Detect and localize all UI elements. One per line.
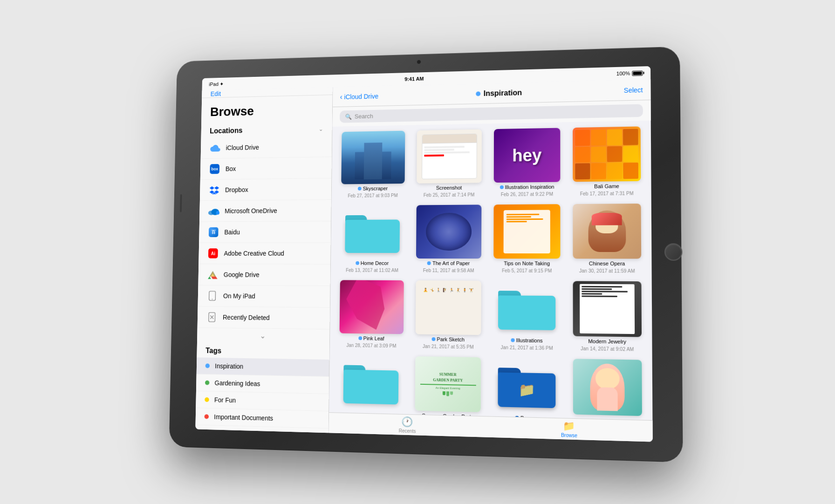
bali-name: Bali Game bbox=[594, 183, 619, 189]
skyscraper-tag-dot bbox=[358, 187, 362, 191]
file-item-chineseopera[interactable]: Chinese Opera Jan 30, 2017 at 11:59 AM bbox=[570, 204, 644, 274]
content-title-text: Inspiration bbox=[484, 89, 522, 98]
homedecor-date: Feb 13, 2017 at 11:02 AM bbox=[346, 268, 398, 273]
file-item-artpaper[interactable]: The Art of Paper Feb 11, 2017 at 9:58 AM bbox=[414, 204, 484, 273]
dropbox-icon bbox=[209, 184, 220, 196]
battery-icon bbox=[632, 70, 643, 76]
locations-chevron-icon: ⌄ bbox=[319, 126, 323, 132]
home-button[interactable] bbox=[664, 243, 683, 260]
chineseopera-date: Jan 30, 2017 at 11:59 AM bbox=[579, 268, 635, 274]
modernjewelry-date: Jan 14, 2017 at 9:02 AM bbox=[581, 346, 634, 352]
browse-tab-label: Browse bbox=[561, 432, 577, 438]
onedrive-label: Microsoft OneDrive bbox=[225, 207, 277, 214]
tab-browse[interactable]: 📁 Browse bbox=[561, 420, 577, 438]
file-item-gardenparty[interactable]: SUMMERGARDEN PARTY An Elegant Evening bbox=[412, 356, 483, 420]
file-item-notetaking[interactable]: Tips on Note Taking Feb 5, 2017 at 9:15 … bbox=[491, 204, 563, 273]
sidebar-item-deleted[interactable]: Recently Deleted bbox=[198, 306, 330, 329]
file-item-illustrations-folder[interactable]: Illustrations Jan 21, 2017 at 1:36 PM bbox=[491, 281, 563, 351]
illustrations-folder-date: Jan 21, 2017 at 1:36 PM bbox=[500, 345, 553, 351]
edit-button[interactable]: Edit bbox=[211, 90, 221, 98]
gardening-label: Gardening Ideas bbox=[214, 379, 260, 388]
important-dot bbox=[205, 414, 209, 419]
pinkleaf-date: Jan 28, 2017 at 3:09 PM bbox=[346, 343, 396, 349]
sidebar-item-icloud-drive[interactable]: iCloud Drive bbox=[201, 136, 332, 159]
locations-more-chevron[interactable]: ⌄ bbox=[197, 328, 329, 344]
illustrations-tag-dot bbox=[511, 338, 514, 342]
sidebar: Edit Browse Locations ⌄ iCloud Dr bbox=[195, 87, 333, 433]
gdrive-icon bbox=[207, 269, 219, 280]
file-item-person[interactable] bbox=[571, 359, 645, 420]
finances-label: Finances bbox=[213, 430, 239, 433]
icloud-drive-label: iCloud Drive bbox=[226, 144, 259, 152]
search-input-wrapper[interactable]: 🔍 Search bbox=[340, 104, 643, 123]
tab-recents[interactable]: 🕐 Recents bbox=[399, 416, 416, 434]
homedecor-tag-dot bbox=[356, 261, 359, 265]
sidebar-item-inspiration[interactable]: Inspiration bbox=[197, 357, 329, 377]
file-item-pinkleaf[interactable]: Pink Leaf Jan 28, 2017 at 3:09 PM bbox=[337, 280, 406, 348]
sidebar-item-onedrive[interactable]: Microsoft OneDrive bbox=[199, 200, 331, 222]
bali-date: Feb 17, 2017 at 7:31 PM bbox=[580, 191, 634, 196]
battery-fill bbox=[633, 71, 642, 75]
browse-tab-icon: 📁 bbox=[563, 420, 575, 432]
pinkleaf-thumb bbox=[340, 280, 404, 334]
file-item-bali[interactable]: Bali Game Feb 17, 2017 at 7:31 PM bbox=[570, 126, 643, 197]
chineseopera-thumb bbox=[573, 204, 641, 259]
content-area: ‹ iCloud Drive Inspiration Select 🔍 Sear… bbox=[329, 79, 653, 442]
dropbox-label: Dropbox bbox=[225, 186, 248, 193]
search-placeholder: Search bbox=[355, 113, 373, 120]
deleted-icon bbox=[206, 311, 218, 323]
status-right: 100% bbox=[616, 70, 643, 77]
file-item-skyscraper[interactable]: Skyscraper Feb 27, 2017 at 9:03 PM bbox=[339, 131, 407, 198]
file-item-folder-bottom[interactable] bbox=[336, 355, 406, 418]
parksketch-thumb: 🧘🤸🚶🧗 🏃🤾🧍🏋 bbox=[416, 280, 481, 335]
artpaper-name: The Art of Paper bbox=[432, 260, 470, 266]
file-item-modernjewelry[interactable]: Modern Jewelry Jan 14, 2017 at 9:02 AM bbox=[570, 281, 644, 352]
artpaper-tag-dot bbox=[427, 261, 431, 265]
browse-folder-thumb: 📁 bbox=[493, 358, 561, 414]
back-label: iCloud Drive bbox=[344, 92, 379, 100]
sidebar-item-dropbox[interactable]: Dropbox bbox=[200, 178, 331, 201]
important-label: Important Documents bbox=[214, 413, 273, 422]
person-thumb bbox=[573, 359, 642, 416]
bali-thumb bbox=[573, 126, 641, 182]
adobe-icon: Ai bbox=[207, 247, 219, 259]
screenshot-thumb bbox=[417, 129, 482, 184]
illustration-tag-dot bbox=[500, 185, 503, 189]
file-item-illustration[interactable]: hey Illustration Inspiration Feb 26, 201… bbox=[492, 128, 563, 197]
back-button[interactable]: ‹ iCloud Drive bbox=[340, 92, 379, 101]
file-item-homedecor[interactable]: Home Decor Feb 13, 2017 at 11:02 AM bbox=[338, 205, 407, 273]
file-item-screenshot[interactable]: Screenshot Feb 25, 2017 at 7:14 PM bbox=[414, 129, 484, 198]
deleted-label: Recently Deleted bbox=[223, 313, 270, 321]
sidebar-item-box[interactable]: box Box bbox=[200, 157, 332, 180]
status-time: 9:41 AM bbox=[404, 76, 424, 82]
sidebar-item-gardening[interactable]: Gardening Ideas bbox=[196, 375, 329, 394]
parksketch-tag-dot bbox=[431, 337, 435, 341]
folder-bottom-thumb bbox=[339, 355, 404, 410]
adobe-label: Adobe Creative Cloud bbox=[224, 250, 284, 257]
homedecor-name: Home Decor bbox=[361, 260, 389, 266]
app-area: Edit Browse Locations ⌄ iCloud Dr bbox=[195, 79, 652, 442]
sidebar-item-onipad[interactable]: On My iPad bbox=[198, 286, 330, 308]
sidebar-item-adobe[interactable]: Ai Adobe Creative Cloud bbox=[198, 243, 330, 264]
forfun-dot bbox=[205, 397, 209, 402]
file-item-parksketch[interactable]: 🧘🤸🚶🧗 🏃🤾🧍🏋 Park Sketch bbox=[413, 280, 484, 350]
file-item-browse-folder[interactable]: 📁 Browse bbox=[491, 357, 563, 420]
baidu-label: Baidu bbox=[224, 229, 240, 236]
sidebar-item-baidu[interactable]: 百 Baidu bbox=[199, 221, 331, 243]
side-button[interactable] bbox=[180, 194, 182, 212]
parksketch-date: Jan 21, 2017 at 5:35 PM bbox=[423, 344, 474, 350]
onedrive-icon bbox=[208, 205, 220, 217]
back-chevron-icon: ‹ bbox=[340, 93, 342, 101]
screenshot-name: Screenshot bbox=[436, 185, 462, 191]
inspiration-label: Inspiration bbox=[215, 362, 243, 370]
artpaper-date: Feb 11, 2017 at 9:58 AM bbox=[423, 268, 474, 273]
illustrations-folder-thumb bbox=[493, 281, 561, 336]
gardening-dot bbox=[205, 381, 210, 385]
screenshot-date: Feb 25, 2017 at 7:14 PM bbox=[424, 192, 475, 198]
ipad-label: iPad ✦ bbox=[209, 81, 224, 87]
pinkleaf-tag-dot bbox=[358, 336, 362, 340]
title-dot bbox=[476, 91, 481, 96]
illustrations-folder-name: Illustrations bbox=[516, 337, 542, 343]
sidebar-item-gdrive[interactable]: Google Drive bbox=[198, 264, 330, 286]
select-button[interactable]: Select bbox=[624, 86, 643, 94]
